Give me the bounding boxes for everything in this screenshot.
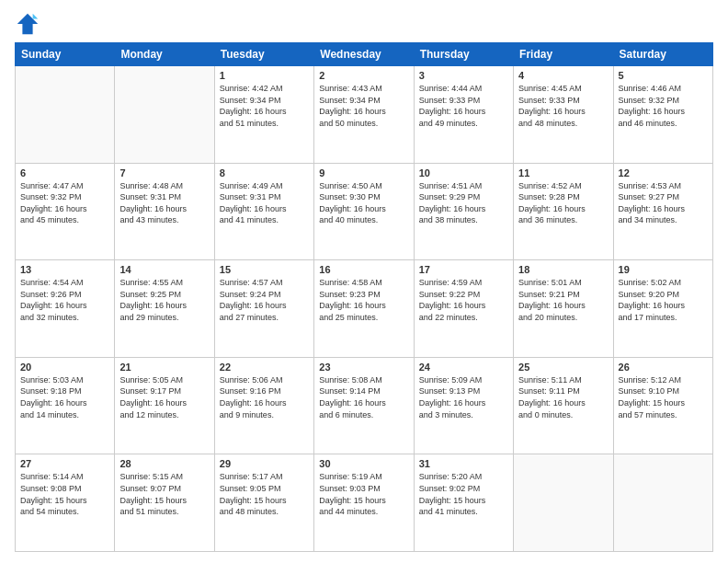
day-number: 24 bbox=[419, 362, 508, 373]
calendar-cell: 2Sunrise: 4:43 AM Sunset: 9:34 PM Daylig… bbox=[314, 66, 414, 164]
calendar-cell: 8Sunrise: 4:49 AM Sunset: 9:31 PM Daylig… bbox=[214, 163, 313, 260]
day-number: 27 bbox=[20, 458, 109, 469]
calendar-week-4: 20Sunrise: 5:03 AM Sunset: 9:18 PM Dayli… bbox=[16, 357, 713, 454]
calendar-cell: 21Sunrise: 5:05 AM Sunset: 9:17 PM Dayli… bbox=[115, 357, 214, 454]
day-number: 10 bbox=[419, 167, 508, 178]
day-number: 14 bbox=[119, 264, 209, 275]
day-header-friday: Friday bbox=[514, 43, 613, 66]
svg-marker-1 bbox=[33, 14, 39, 19]
day-header-sunday: Sunday bbox=[16, 43, 115, 66]
calendar-cell: 19Sunrise: 5:02 AM Sunset: 9:20 PM Dayli… bbox=[613, 260, 712, 358]
day-number: 18 bbox=[518, 264, 608, 275]
day-info: Sunrise: 4:48 AM Sunset: 9:31 PM Dayligh… bbox=[119, 180, 209, 226]
calendar-week-3: 13Sunrise: 4:54 AM Sunset: 9:26 PM Dayli… bbox=[16, 260, 713, 358]
day-header-saturday: Saturday bbox=[613, 43, 712, 66]
day-info: Sunrise: 5:05 AM Sunset: 9:17 PM Dayligh… bbox=[119, 374, 209, 420]
calendar-cell bbox=[115, 66, 214, 164]
calendar-cell: 6Sunrise: 4:47 AM Sunset: 9:32 PM Daylig… bbox=[16, 163, 115, 260]
calendar-cell: 24Sunrise: 5:09 AM Sunset: 9:13 PM Dayli… bbox=[414, 357, 513, 454]
day-info: Sunrise: 5:08 AM Sunset: 9:14 PM Dayligh… bbox=[319, 374, 408, 420]
calendar-cell: 10Sunrise: 4:51 AM Sunset: 9:29 PM Dayli… bbox=[414, 163, 513, 260]
day-info: Sunrise: 5:20 AM Sunset: 9:02 PM Dayligh… bbox=[419, 471, 508, 517]
day-info: Sunrise: 4:45 AM Sunset: 9:33 PM Dayligh… bbox=[518, 83, 608, 129]
day-info: Sunrise: 5:17 AM Sunset: 9:05 PM Dayligh… bbox=[220, 471, 309, 517]
day-number: 4 bbox=[518, 70, 608, 81]
day-info: Sunrise: 5:06 AM Sunset: 9:16 PM Dayligh… bbox=[220, 374, 309, 420]
calendar-cell: 30Sunrise: 5:19 AM Sunset: 9:03 PM Dayli… bbox=[314, 454, 414, 552]
day-number: 22 bbox=[220, 362, 309, 373]
calendar-cell: 3Sunrise: 4:44 AM Sunset: 9:33 PM Daylig… bbox=[414, 66, 513, 164]
day-info: Sunrise: 4:55 AM Sunset: 9:25 PM Dayligh… bbox=[119, 277, 209, 323]
calendar-week-5: 27Sunrise: 5:14 AM Sunset: 9:08 PM Dayli… bbox=[16, 454, 713, 552]
day-number: 11 bbox=[518, 167, 608, 178]
calendar-cell: 26Sunrise: 5:12 AM Sunset: 9:10 PM Dayli… bbox=[613, 357, 712, 454]
calendar-cell: 18Sunrise: 5:01 AM Sunset: 9:21 PM Dayli… bbox=[514, 260, 613, 358]
day-number: 9 bbox=[319, 167, 408, 178]
day-info: Sunrise: 4:42 AM Sunset: 9:34 PM Dayligh… bbox=[220, 83, 309, 129]
day-info: Sunrise: 5:01 AM Sunset: 9:21 PM Dayligh… bbox=[518, 277, 608, 323]
calendar-cell bbox=[16, 66, 115, 164]
calendar-week-2: 6Sunrise: 4:47 AM Sunset: 9:32 PM Daylig… bbox=[16, 163, 713, 260]
calendar-cell: 23Sunrise: 5:08 AM Sunset: 9:14 PM Dayli… bbox=[314, 357, 414, 454]
day-info: Sunrise: 5:19 AM Sunset: 9:03 PM Dayligh… bbox=[319, 471, 408, 517]
day-info: Sunrise: 4:52 AM Sunset: 9:28 PM Dayligh… bbox=[518, 180, 608, 226]
day-number: 19 bbox=[619, 264, 708, 275]
day-number: 25 bbox=[518, 362, 608, 373]
calendar-cell: 29Sunrise: 5:17 AM Sunset: 9:05 PM Dayli… bbox=[214, 454, 313, 552]
day-header-thursday: Thursday bbox=[414, 43, 513, 66]
day-number: 31 bbox=[419, 458, 508, 469]
day-info: Sunrise: 5:02 AM Sunset: 9:20 PM Dayligh… bbox=[619, 277, 708, 323]
calendar-week-1: 1Sunrise: 4:42 AM Sunset: 9:34 PM Daylig… bbox=[16, 66, 713, 164]
day-info: Sunrise: 4:53 AM Sunset: 9:27 PM Dayligh… bbox=[619, 180, 708, 226]
header bbox=[15, 11, 713, 37]
day-info: Sunrise: 5:09 AM Sunset: 9:13 PM Dayligh… bbox=[419, 374, 508, 420]
day-number: 6 bbox=[20, 167, 109, 178]
day-number: 1 bbox=[220, 70, 309, 81]
calendar-cell: 17Sunrise: 4:59 AM Sunset: 9:22 PM Dayli… bbox=[414, 260, 513, 358]
day-number: 8 bbox=[220, 167, 309, 178]
day-number: 13 bbox=[20, 264, 109, 275]
day-number: 5 bbox=[619, 70, 708, 81]
day-number: 29 bbox=[220, 458, 309, 469]
day-info: Sunrise: 4:54 AM Sunset: 9:26 PM Dayligh… bbox=[20, 277, 109, 323]
day-info: Sunrise: 5:15 AM Sunset: 9:07 PM Dayligh… bbox=[119, 471, 209, 517]
calendar-cell: 20Sunrise: 5:03 AM Sunset: 9:18 PM Dayli… bbox=[16, 357, 115, 454]
day-info: Sunrise: 5:11 AM Sunset: 9:11 PM Dayligh… bbox=[518, 374, 608, 420]
calendar-cell: 31Sunrise: 5:20 AM Sunset: 9:02 PM Dayli… bbox=[414, 454, 513, 552]
calendar-cell: 9Sunrise: 4:50 AM Sunset: 9:30 PM Daylig… bbox=[314, 163, 414, 260]
day-info: Sunrise: 5:03 AM Sunset: 9:18 PM Dayligh… bbox=[20, 374, 109, 420]
day-number: 12 bbox=[619, 167, 708, 178]
calendar-cell: 5Sunrise: 4:46 AM Sunset: 9:32 PM Daylig… bbox=[613, 66, 712, 164]
day-number: 21 bbox=[119, 362, 209, 373]
calendar-cell bbox=[514, 454, 613, 552]
day-info: Sunrise: 4:47 AM Sunset: 9:32 PM Dayligh… bbox=[20, 180, 109, 226]
day-number: 2 bbox=[319, 70, 408, 81]
calendar-cell: 22Sunrise: 5:06 AM Sunset: 9:16 PM Dayli… bbox=[214, 357, 313, 454]
day-info: Sunrise: 4:57 AM Sunset: 9:24 PM Dayligh… bbox=[220, 277, 309, 323]
calendar-header-row: SundayMondayTuesdayWednesdayThursdayFrid… bbox=[16, 43, 713, 66]
day-number: 17 bbox=[419, 264, 508, 275]
day-number: 3 bbox=[419, 70, 508, 81]
day-number: 23 bbox=[319, 362, 408, 373]
calendar-cell: 14Sunrise: 4:55 AM Sunset: 9:25 PM Dayli… bbox=[115, 260, 214, 358]
day-number: 30 bbox=[319, 458, 408, 469]
calendar-cell: 1Sunrise: 4:42 AM Sunset: 9:34 PM Daylig… bbox=[214, 66, 313, 164]
day-number: 26 bbox=[619, 362, 708, 373]
page: SundayMondayTuesdayWednesdayThursdayFrid… bbox=[0, 0, 728, 563]
calendar-cell: 7Sunrise: 4:48 AM Sunset: 9:31 PM Daylig… bbox=[115, 163, 214, 260]
day-header-wednesday: Wednesday bbox=[314, 43, 414, 66]
day-number: 15 bbox=[220, 264, 309, 275]
day-header-tuesday: Tuesday bbox=[214, 43, 313, 66]
calendar-cell: 4Sunrise: 4:45 AM Sunset: 9:33 PM Daylig… bbox=[514, 66, 613, 164]
day-info: Sunrise: 4:50 AM Sunset: 9:30 PM Dayligh… bbox=[319, 180, 408, 226]
calendar-cell: 13Sunrise: 4:54 AM Sunset: 9:26 PM Dayli… bbox=[16, 260, 115, 358]
day-header-monday: Monday bbox=[115, 43, 214, 66]
day-info: Sunrise: 4:44 AM Sunset: 9:33 PM Dayligh… bbox=[419, 83, 508, 129]
day-info: Sunrise: 4:43 AM Sunset: 9:34 PM Dayligh… bbox=[319, 83, 408, 129]
calendar-cell: 25Sunrise: 5:11 AM Sunset: 9:11 PM Dayli… bbox=[514, 357, 613, 454]
logo-icon bbox=[15, 11, 40, 37]
day-number: 7 bbox=[119, 167, 209, 178]
day-number: 28 bbox=[119, 458, 209, 469]
calendar-cell: 16Sunrise: 4:58 AM Sunset: 9:23 PM Dayli… bbox=[314, 260, 414, 358]
day-info: Sunrise: 4:49 AM Sunset: 9:31 PM Dayligh… bbox=[220, 180, 309, 226]
